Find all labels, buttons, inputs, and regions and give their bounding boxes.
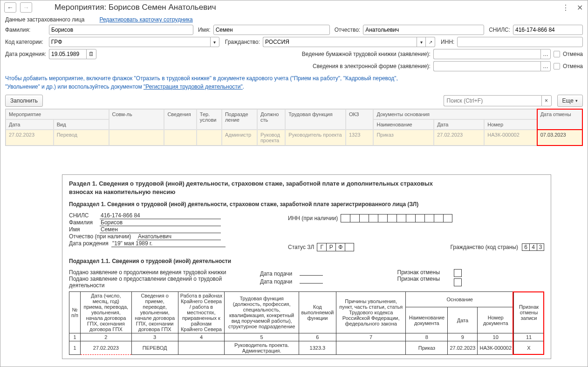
- paper-book-picker[interactable]: …: [540, 49, 551, 59]
- doc-snils: 416-174-866 84: [100, 212, 221, 219]
- page-title: Мероприятия: Борисов Семен Анатольевич: [55, 3, 216, 12]
- document-panel: Раздел 1. Сведения о трудовой (иной) дея…: [62, 174, 551, 359]
- more-button[interactable]: Еще▾: [557, 95, 583, 107]
- col-docnum: Номер: [484, 119, 537, 130]
- dob-label: Дата рождения:: [5, 51, 46, 57]
- col-docs: Документы основания: [373, 109, 537, 119]
- fill-button[interactable]: Заполнить: [5, 95, 43, 107]
- window: ← → Мероприятия: Борисов Семен Анатольев…: [0, 0, 588, 367]
- grid-row[interactable]: 27.02.2023 Перевод Администр Руковод про…: [6, 130, 582, 145]
- document-grid-row: 1 27.02.2023 ПЕРЕВОД Руководитель проект…: [69, 341, 544, 355]
- cat-code-input[interactable]: [49, 37, 210, 47]
- doc-status-label: Статус ЗЛ: [288, 244, 314, 250]
- cat-code-label: Код категории:: [5, 39, 46, 45]
- citizenship-dropdown[interactable]: ▾: [417, 37, 426, 47]
- nav-forward-button[interactable]: →: [20, 2, 32, 13]
- col-position: Должно сть: [257, 109, 285, 130]
- calendar-icon[interactable]: 🗓: [86, 49, 96, 59]
- electronic-cancel-label: Отмена: [563, 63, 583, 69]
- col-info: Сведения: [164, 109, 196, 130]
- nav-back-button[interactable]: ←: [4, 2, 16, 13]
- inn-label: ИНН:: [441, 39, 454, 45]
- doc-name: Семен: [100, 226, 221, 233]
- edit-card-link[interactable]: Редактировать карточку сотрудника: [99, 16, 192, 23]
- patronymic-input[interactable]: [363, 25, 484, 35]
- electronic-input[interactable]: [433, 61, 540, 71]
- cat-code-dropdown[interactable]: ▾: [210, 37, 219, 47]
- paper-cancel-label: Отмена: [563, 51, 583, 57]
- col-okz: ОКЗ: [346, 109, 373, 130]
- paper-cancel-checkbox[interactable]: [554, 51, 560, 57]
- doc-status-cells: ГРФ: [317, 243, 354, 251]
- close-icon[interactable]: ✕: [575, 3, 584, 12]
- doc-surname: Борисов: [100, 219, 221, 226]
- citizenship-label: Гражданство:: [225, 39, 260, 45]
- document-grid: № п/п Дата (число, месяц, год) приема, п…: [69, 291, 544, 355]
- insured-data-label: Данные застрахованного лица: [5, 16, 84, 23]
- hint-text: Чтобы добавить мероприятие, включите фла…: [5, 74, 583, 91]
- snils-input[interactable]: [513, 25, 583, 35]
- col-compat: Совм-ль: [109, 109, 164, 130]
- hint-link[interactable]: "Регистрация трудовой деятельности": [144, 83, 243, 90]
- doc-dob: "19" мая 1989 г.: [111, 240, 226, 247]
- dob-input[interactable]: [49, 49, 86, 59]
- titlebar: ← → Мероприятия: Борисов Семен Анатольев…: [0, 0, 588, 14]
- doc-inn-cells: [341, 214, 452, 222]
- surname-label: Фамилия:: [5, 27, 46, 33]
- cancel-check-1: [454, 269, 462, 277]
- name-label: Имя:: [198, 27, 211, 33]
- cancel-check-2: [454, 278, 462, 286]
- paper-book-label: Ведение бумажной трудовой книжки (заявле…: [302, 51, 431, 57]
- electronic-picker[interactable]: …: [540, 61, 551, 71]
- citizenship-open[interactable]: ↗: [426, 37, 435, 47]
- col-cancel: Дата отмены: [537, 109, 582, 130]
- doc-citizenship-cells: 643: [522, 243, 544, 251]
- clear-search[interactable]: ×: [541, 95, 552, 106]
- electronic-label: Сведения в электронной форме (заявление)…: [313, 63, 431, 69]
- col-docname: Наименование: [373, 119, 434, 130]
- doc-citizenship-label: Гражданство (код страны): [451, 244, 518, 250]
- col-date: Дата: [6, 119, 54, 130]
- doc-patronymic: Анатольевич: [137, 233, 221, 240]
- col-ter: Тер. услови: [197, 109, 222, 130]
- paper-book-input[interactable]: [433, 49, 540, 59]
- surname-input[interactable]: [49, 25, 193, 35]
- col-type: Вид: [54, 119, 109, 130]
- snils-label: СНИЛС:: [489, 27, 510, 33]
- events-grid[interactable]: Мероприятие Совм-ль Сведения Тер. услови…: [5, 109, 583, 146]
- inn-input[interactable]: [457, 37, 583, 47]
- col-func: Трудовая функция: [285, 109, 346, 130]
- search-input[interactable]: [444, 95, 541, 106]
- col-dept: Подразде ление: [222, 109, 257, 130]
- col-event: Мероприятие: [6, 109, 109, 119]
- name-input[interactable]: [213, 25, 330, 35]
- electronic-cancel-checkbox[interactable]: [554, 63, 560, 69]
- doc-inn-label: ИНН (при наличии): [288, 215, 338, 222]
- col-docdate: Дата: [434, 119, 484, 130]
- citizenship-input[interactable]: [263, 37, 417, 47]
- patronymic-label: Отчество:: [335, 27, 361, 33]
- kebab-icon[interactable]: ⋮: [561, 3, 570, 12]
